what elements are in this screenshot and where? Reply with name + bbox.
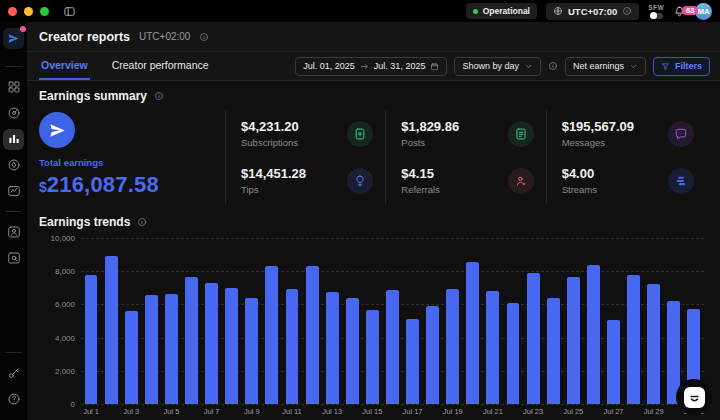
sidebar-item-bar-chart[interactable]	[3, 129, 24, 150]
globe-icon	[553, 6, 563, 16]
funnel-icon	[661, 62, 670, 71]
info-icon[interactable]	[199, 32, 209, 42]
sidebar-divider	[5, 66, 22, 67]
x-axis-label	[382, 407, 402, 420]
bar-jul-22[interactable]	[507, 303, 520, 404]
bar-jul-20[interactable]	[466, 262, 479, 404]
info-icon[interactable]	[154, 91, 164, 101]
bar-jul-3[interactable]	[125, 311, 138, 404]
chat-launcher-button[interactable]	[676, 379, 712, 415]
bar-jul-12[interactable]	[306, 266, 319, 404]
x-axis-label	[262, 407, 282, 420]
stat-amount: $1,829.86	[401, 119, 459, 134]
x-axis-label	[141, 407, 161, 420]
date-range-picker[interactable]: Jul. 01, 2025 Jul. 31, 2025	[295, 57, 447, 76]
chart-plot-area	[81, 238, 704, 404]
date-to[interactable]: Jul. 31, 2025	[374, 61, 426, 71]
info-icon[interactable]	[548, 61, 558, 71]
bar-jul-18[interactable]	[426, 306, 439, 404]
earnings-type-value: Net earnings	[573, 61, 624, 71]
sidebar-item-dashboard-grid[interactable]	[3, 77, 24, 98]
date-from[interactable]: Jul. 01, 2025	[303, 61, 355, 71]
notifications-button[interactable]: 63	[673, 5, 686, 18]
chart-bars	[81, 238, 704, 404]
sfw-switch[interactable]	[650, 13, 663, 19]
sidebar-item-person-card[interactable]	[3, 222, 24, 243]
earnings-summary: Total earnings $216,087.58 $4,231.20Subs…	[39, 110, 706, 204]
total-earnings-value: 216,087.58	[47, 172, 159, 198]
timezone-label: UTC+07:00	[568, 6, 617, 17]
sidebar-item-disc[interactable]	[3, 103, 24, 124]
sfw-toggle[interactable]: SFW	[648, 4, 664, 19]
close-button[interactable]	[8, 7, 17, 16]
bar-jul-21[interactable]	[486, 291, 499, 404]
brand-plane-icon	[7, 32, 20, 45]
stat-label: Posts	[401, 137, 459, 148]
stat-amount: $4.15	[401, 166, 440, 181]
sidebar-item-help[interactable]	[3, 389, 24, 410]
x-axis-label: Jul 25	[563, 407, 583, 420]
bar-jul-19[interactable]	[446, 289, 459, 404]
x-axis-label: Jul 15	[362, 407, 382, 420]
info-icon	[622, 6, 632, 16]
calendar-icon[interactable]	[430, 62, 439, 71]
bar-jul-1[interactable]	[85, 275, 98, 404]
bar-jul-16[interactable]	[386, 290, 399, 404]
bar-jul-17[interactable]	[406, 319, 419, 404]
x-axis-label: Jul 1	[81, 407, 101, 420]
x-axis-label	[503, 407, 523, 420]
status-label: Operational	[483, 6, 530, 16]
bar-jul-4[interactable]	[145, 295, 158, 404]
x-axis-label: Jul 23	[523, 407, 543, 420]
tab-creator-performance[interactable]: Creator performance	[110, 52, 211, 80]
bar-jul-8[interactable]	[225, 288, 238, 404]
bar-jul-6[interactable]	[185, 277, 198, 404]
bar-jul-10[interactable]	[265, 266, 278, 404]
bar-jul-13[interactable]	[326, 292, 339, 404]
sidebar-item-vault-card[interactable]	[3, 248, 24, 269]
total-earnings-amount: $216,087.58	[39, 172, 225, 198]
earnings-summary-title: Earnings summary	[39, 89, 147, 103]
chevron-down-icon	[524, 62, 533, 71]
earnings-trends-heading: Earnings trends	[39, 215, 706, 229]
bar-jul-7[interactable]	[205, 283, 218, 404]
maximize-button[interactable]	[40, 7, 49, 16]
bar-jul-2[interactable]	[105, 256, 118, 404]
bar-jul-26[interactable]	[587, 265, 600, 404]
bar-jul-15[interactable]	[366, 310, 379, 404]
stat-amount: $4.00	[562, 166, 597, 181]
bar-jul-11[interactable]	[286, 289, 299, 404]
sidebar-item-key[interactable]	[3, 363, 24, 384]
brand-logo[interactable]	[3, 28, 24, 49]
sidebar-item-activity-card[interactable]	[3, 181, 24, 202]
filters-label: Filters	[675, 61, 702, 71]
bar-jul-5[interactable]	[165, 294, 178, 404]
x-axis-label: Jul 9	[242, 407, 262, 420]
bar-jul-27[interactable]	[607, 320, 620, 404]
titlebar: Operational UTC+07:00 SFW 63 MA	[0, 0, 720, 22]
shown-by-select[interactable]: Shown by day	[454, 57, 541, 76]
stat-label: Streams	[562, 184, 597, 195]
bar-jul-24[interactable]	[547, 298, 560, 404]
info-icon[interactable]	[137, 217, 147, 227]
minimize-button[interactable]	[24, 7, 33, 16]
bar-jul-28[interactable]	[627, 275, 640, 404]
bar-jul-9[interactable]	[245, 298, 258, 404]
sidebar-toggle-icon[interactable]	[63, 5, 76, 18]
notification-count-badge: 63	[682, 6, 698, 16]
status-badge[interactable]: Operational	[466, 3, 537, 19]
x-axis-label	[222, 407, 242, 420]
x-axis-label: Jul 3	[121, 407, 141, 420]
bar-jul-14[interactable]	[346, 298, 359, 404]
traffic-lights[interactable]	[8, 7, 49, 16]
filters-button[interactable]: Filters	[653, 57, 710, 76]
timezone-pill[interactable]: UTC+07:00	[546, 3, 639, 20]
bar-jul-23[interactable]	[527, 273, 540, 404]
earnings-type-select[interactable]: Net earnings	[565, 57, 646, 76]
bar-jul-25[interactable]	[567, 277, 580, 404]
earnings-summary-heading: Earnings summary	[39, 89, 706, 103]
tab-overview[interactable]: Overview	[39, 52, 90, 80]
earnings-trends-chart: Jul 1Jul 3Jul 5Jul 7Jul 9Jul 11Jul 13Jul…	[39, 234, 706, 420]
bar-jul-29[interactable]	[647, 284, 660, 404]
sidebar-item-compass[interactable]	[3, 155, 24, 176]
